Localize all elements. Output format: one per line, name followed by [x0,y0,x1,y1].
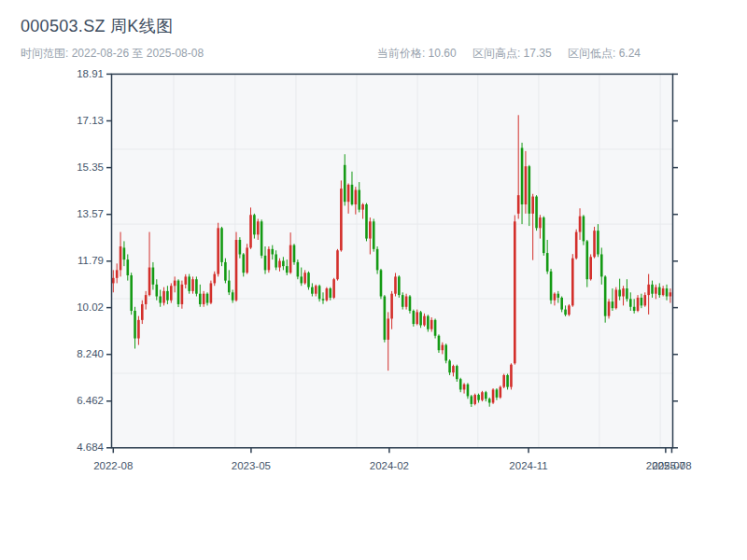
y-tick-label: 10.02 [77,301,104,313]
x-tick-label: 2023-05 [232,460,271,471]
y-tick-label: 4.684 [77,441,104,453]
y-tick-label: 13.57 [77,208,104,219]
x-tick-label: 2024-02 [370,460,409,471]
kline-chart: 18.9117.1315.3513.5711.7910.028.2406.462… [0,0,747,560]
x-tick-label: 2025-08 [652,460,691,471]
y-tick-label: 15.35 [77,161,104,173]
x-tick-label: 2024-11 [509,460,547,471]
kline-page: 000503.SZ 周K线图 时间范围: 2022-08-26 至 2025-0… [0,0,747,560]
y-tick-label: 18.91 [77,68,104,79]
y-tick-label: 17.13 [77,115,104,126]
y-tick-label: 6.462 [77,395,104,406]
y-tick-label: 11.79 [78,255,104,266]
y-tick-label: 8.240 [77,348,104,359]
x-tick-label: 2022-08 [93,460,133,471]
plot-background [112,74,673,447]
